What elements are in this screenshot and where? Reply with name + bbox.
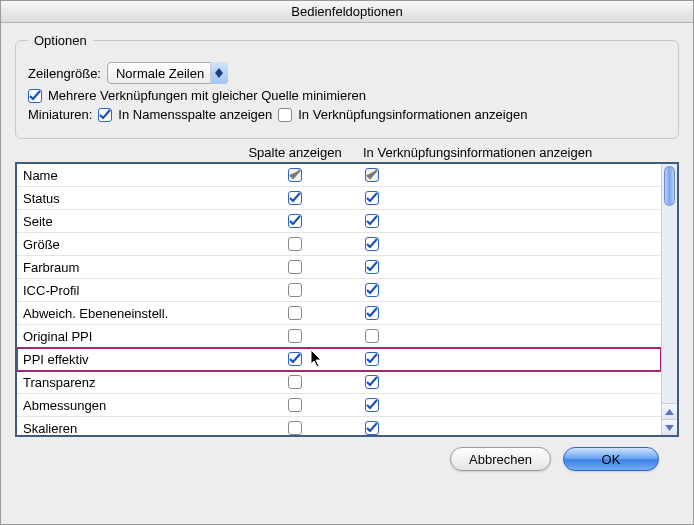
show-linkinfo-checkbox[interactable] <box>365 421 379 435</box>
show-linkinfo-checkbox[interactable] <box>365 214 379 228</box>
row-name: ICC-Profil <box>23 283 235 298</box>
show-column-checkbox[interactable] <box>288 260 302 274</box>
thumb-link-label: In Verknüpfungsinformationen anzeigen <box>298 107 527 122</box>
row-size-label: Zeilengröße: <box>28 66 101 81</box>
show-linkinfo-checkbox[interactable] <box>365 398 379 412</box>
row-size-select[interactable]: Normale Zeilen <box>107 62 228 84</box>
thumb-name-checkbox[interactable] <box>98 108 112 122</box>
table-row: ICC-Profil <box>17 279 661 302</box>
table-row: PPI effektiv <box>17 348 661 371</box>
show-linkinfo-checkbox[interactable] <box>365 260 379 274</box>
row-name: Größe <box>23 237 235 252</box>
show-linkinfo-checkbox[interactable] <box>365 306 379 320</box>
row-name: Farbraum <box>23 260 235 275</box>
show-column-checkbox[interactable] <box>288 398 302 412</box>
thumbnails-label: Miniaturen: <box>28 107 92 122</box>
show-column-checkbox[interactable] <box>288 375 302 389</box>
window-title: Bedienfeldoptionen <box>1 1 693 23</box>
show-column-checkbox[interactable] <box>288 283 302 297</box>
row-name: Original PPI <box>23 329 235 344</box>
minimize-label: Mehrere Verknüpfungen mit gleicher Quell… <box>48 88 366 103</box>
table-row: Name <box>17 164 661 187</box>
show-column-checkbox[interactable] <box>288 352 302 366</box>
show-linkinfo-checkbox[interactable] <box>365 352 379 366</box>
show-column-checkbox[interactable] <box>288 421 302 435</box>
show-linkinfo-checkbox[interactable] <box>365 375 379 389</box>
row-name: Transparenz <box>23 375 235 390</box>
show-linkinfo-checkbox[interactable] <box>365 191 379 205</box>
table-row: Original PPI <box>17 325 661 348</box>
table-row: Abmessungen <box>17 394 661 417</box>
column-header-show-linkinfo: In Verknüpfungsinformationen anzeigen <box>355 145 677 160</box>
table-row: Größe <box>17 233 661 256</box>
row-name: Abweich. Ebeneneinstell. <box>23 306 235 321</box>
scrollbar[interactable] <box>661 164 677 435</box>
row-name: Skalieren <box>23 421 235 436</box>
column-header-show-column: Spalte anzeigen <box>235 145 355 160</box>
table-row: Skalieren <box>17 417 661 435</box>
cancel-button[interactable]: Abbrechen <box>450 447 551 471</box>
show-linkinfo-checkbox[interactable] <box>365 329 379 343</box>
options-legend: Optionen <box>28 33 93 48</box>
scroll-down-button[interactable] <box>662 419 677 435</box>
row-name: Abmessungen <box>23 398 235 413</box>
table-row: Abweich. Ebeneneinstell. <box>17 302 661 325</box>
show-column-checkbox[interactable] <box>288 306 302 320</box>
scroll-up-button[interactable] <box>662 403 677 419</box>
show-column-checkbox[interactable] <box>288 329 302 343</box>
show-linkinfo-checkbox[interactable] <box>365 237 379 251</box>
thumb-link-checkbox[interactable] <box>278 108 292 122</box>
columns-table: NameStatusSeiteGrößeFarbraumICC-ProfilAb… <box>15 162 679 437</box>
row-name: PPI effektiv <box>23 352 235 367</box>
show-column-checkbox[interactable] <box>288 191 302 205</box>
ok-button[interactable]: OK <box>563 447 659 471</box>
table-row: Transparenz <box>17 371 661 394</box>
show-linkinfo-checkbox[interactable] <box>365 283 379 297</box>
minimize-checkbox[interactable] <box>28 89 42 103</box>
table-row: Status <box>17 187 661 210</box>
options-group: Optionen Zeilengröße: Normale Zeilen Meh… <box>15 33 679 139</box>
show-linkinfo-checkbox <box>365 168 379 182</box>
row-name: Name <box>23 168 235 183</box>
thumb-name-label: In Namensspalte anzeigen <box>118 107 272 122</box>
row-name: Seite <box>23 214 235 229</box>
show-column-checkbox <box>288 168 302 182</box>
show-column-checkbox[interactable] <box>288 237 302 251</box>
row-name: Status <box>23 191 235 206</box>
show-column-checkbox[interactable] <box>288 214 302 228</box>
table-row: Farbraum <box>17 256 661 279</box>
table-row: Seite <box>17 210 661 233</box>
scrollbar-thumb[interactable] <box>664 166 675 206</box>
